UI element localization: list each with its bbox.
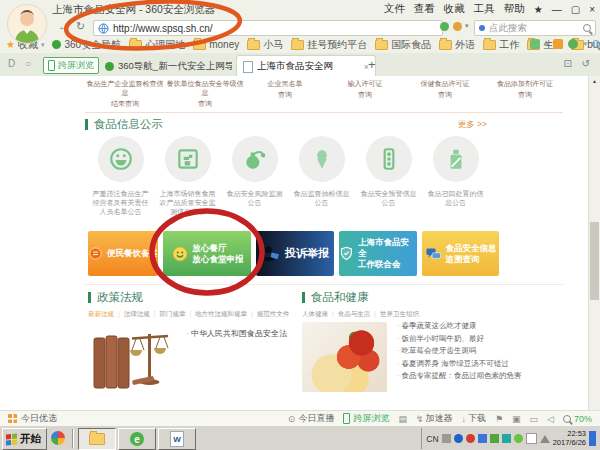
taskbar-word-window[interactable] xyxy=(158,428,196,450)
download-button[interactable]: ↓ 下载 xyxy=(461,412,486,425)
layout-icon[interactable]: ⊡ xyxy=(564,58,572,69)
menu-view[interactable]: 查看 xyxy=(414,2,435,16)
menu-help[interactable]: 帮助 xyxy=(504,2,525,16)
bookmark-folder[interactable]: 挂号预约平台 xyxy=(291,38,367,52)
chevron-down-icon[interactable]: ▾ xyxy=(465,22,469,30)
reader-icon[interactable]: ▤ xyxy=(398,414,407,424)
health-link[interactable]: 食品专家提醒：食品过期色素的危害 xyxy=(397,370,522,383)
health-tab[interactable]: 人体健康 xyxy=(302,310,338,317)
taskbar-browser-window[interactable] xyxy=(118,428,156,450)
policy-tab[interactable]: 地方性法规和规章 xyxy=(195,310,257,317)
today-picks[interactable]: 今日优选 xyxy=(8,412,57,425)
search-placeholder[interactable]: 点此搜索 xyxy=(489,22,579,35)
bookmark-folder[interactable]: 国际食品 xyxy=(375,38,431,52)
plugin-orange-icon[interactable] xyxy=(553,39,563,49)
apps-grid-icon[interactable] xyxy=(530,39,540,49)
bookmark-folder[interactable]: 小马 xyxy=(247,38,283,52)
health-link[interactable]: 春季蔬菜这么吃才健康 xyxy=(397,320,522,333)
session-icon[interactable]: D xyxy=(8,58,15,69)
scrollbar-thumb[interactable] xyxy=(590,222,599,300)
refresh-icon[interactable]: ↻ xyxy=(76,20,85,33)
quick-query-item[interactable]: 输入许可证 查询 xyxy=(325,79,405,108)
start-button[interactable]: 开始 xyxy=(2,428,47,450)
notice-item[interactable]: 严重违法食品生产经营者及有关责任人员名单公告 xyxy=(87,136,154,216)
extension-green-icon[interactable] xyxy=(440,22,449,31)
live-button[interactable]: ⊙ 今日直播 xyxy=(288,412,335,425)
flag-icon[interactable]: ⚑ xyxy=(495,414,503,424)
more-link[interactable]: 更多 >> xyxy=(458,119,487,131)
policy-tab[interactable]: 部门规章 xyxy=(159,310,195,317)
taskbar-clock[interactable]: 22:53 2017/6/26 xyxy=(553,430,586,447)
policy-tab[interactable]: 法律法规 xyxy=(124,310,160,317)
taskbar-folder-window[interactable] xyxy=(78,428,116,450)
quick-query-item[interactable]: 企业黑名单 查询 xyxy=(245,79,325,108)
close-button[interactable]: × xyxy=(589,4,595,15)
tray-icon[interactable] xyxy=(502,434,511,443)
language-indicator[interactable]: CN xyxy=(426,434,438,444)
bookmark-folder[interactable]: 心理园地 xyxy=(129,38,185,52)
minimize-button[interactable]: — xyxy=(552,4,562,15)
policy-link[interactable]: 中华人民共和国食品安全法 xyxy=(186,328,287,339)
extension-orange-icon[interactable] xyxy=(453,22,462,31)
back-icon[interactable]: ← xyxy=(58,20,69,32)
banner-trusted-restaurant[interactable]: 放心餐厅 放心食堂申报 xyxy=(163,231,251,276)
restore-session-icon[interactable]: ↺ xyxy=(582,58,590,69)
menu-favorites[interactable]: 收藏 xyxy=(444,2,465,16)
home-icon[interactable]: ○ xyxy=(25,58,31,69)
quick-query-item[interactable]: 食品生产企业监督检查信息 结果查询 xyxy=(85,79,165,108)
user-avatar[interactable] xyxy=(7,4,47,44)
bookmark-folder[interactable]: money xyxy=(193,39,239,50)
zoom-control[interactable]: 70% xyxy=(563,414,592,424)
tray-icon[interactable] xyxy=(526,433,537,444)
notice-item[interactable]: 食品安全预警信息公告 xyxy=(355,136,422,216)
policy-tab[interactable]: 规范性文件 xyxy=(257,310,290,317)
find-icon[interactable] xyxy=(592,40,600,48)
notice-item[interactable]: 食品监督抽检信息公告 xyxy=(288,136,355,216)
plugin-green-icon[interactable] xyxy=(568,39,578,49)
banner-canyin-filing[interactable]: 便民餐饮备案 xyxy=(88,231,158,276)
new-tab-button[interactable]: + xyxy=(368,57,376,72)
chevron-down-icon[interactable]: ▾ xyxy=(583,40,587,48)
banner-complaint-report[interactable]: 投诉举报 xyxy=(256,231,334,276)
notice-item[interactable]: 食品召回处置的信息公告 xyxy=(422,136,489,216)
chevron-down-icon[interactable]: ▾ xyxy=(545,40,549,48)
tab-360-nav[interactable]: 360导航_新一代安全上网导航 × xyxy=(99,56,247,76)
tray-icon[interactable] xyxy=(442,434,451,443)
tray-icon[interactable] xyxy=(514,434,523,443)
health-tab[interactable]: 世界卫生组织 xyxy=(380,310,419,317)
health-link[interactable]: 春夏调养身 海带绿豆汤不可错过 xyxy=(397,358,522,371)
tab-food-safety-active[interactable]: 上海市食品安全网 × xyxy=(236,55,376,77)
menu-tools[interactable]: 工具 xyxy=(474,2,495,16)
tray-icon[interactable] xyxy=(490,434,499,443)
bookmark-360nav[interactable]: 360安全导航 xyxy=(52,38,121,52)
scrollbar[interactable]: ▲ xyxy=(588,76,600,410)
maximize-button[interactable]: ▢ xyxy=(571,4,580,15)
banner-traceability-query[interactable]: 食品安全信息 追溯查询 xyxy=(422,231,499,276)
screen-cast-button[interactable]: 跨屏浏览 xyxy=(343,412,389,425)
tray-icon[interactable] xyxy=(478,434,487,443)
quick-query-item[interactable]: 食品添加剂许可证 查询 xyxy=(485,79,565,108)
notice-item[interactable]: 食品安全风险监测公告 xyxy=(221,136,288,216)
tray-icon[interactable] xyxy=(540,435,550,443)
sidebar-icon[interactable]: ▣ xyxy=(512,414,521,424)
bookmark-star-icon[interactable]: ★ xyxy=(534,4,543,15)
notice-item[interactable]: 上海市场销售食用农产品质量安全监测信息公示 xyxy=(154,136,221,216)
policy-tab[interactable]: 最新法规 xyxy=(88,310,124,317)
menu-file[interactable]: 文件 xyxy=(384,2,405,16)
tray-icon[interactable] xyxy=(466,434,475,443)
banner-food-safety-association[interactable]: 上海市食品安全 工作联合会 xyxy=(339,231,417,276)
window-icon[interactable]: ▭ xyxy=(530,414,539,424)
speaker-icon[interactable]: ◁ xyxy=(547,414,554,424)
pinwheel-icon[interactable] xyxy=(50,430,66,446)
quick-query-item[interactable]: 保健食品许可证 查询 xyxy=(405,79,485,108)
search-input[interactable]: 点此搜索 xyxy=(474,20,596,36)
tray-icon[interactable] xyxy=(454,434,463,443)
bookmark-folder[interactable]: 工作 xyxy=(483,38,519,52)
screen-cast-badge[interactable]: 跨屏浏览 xyxy=(43,57,99,74)
health-link[interactable]: 吃草莓会使牙齿生斑吗 xyxy=(397,345,522,358)
url-text[interactable]: http://www.spsq.sh.cn/ xyxy=(113,23,213,34)
health-tab[interactable]: 食品与生活 xyxy=(338,310,380,317)
health-link[interactable]: 饭前半小时喝牛奶、最好 xyxy=(397,333,522,346)
quick-query-item[interactable]: 餐饮单位食品安全等级信息 查询 xyxy=(165,79,245,108)
url-bar[interactable]: http://www.spsq.sh.cn/ xyxy=(93,20,443,36)
